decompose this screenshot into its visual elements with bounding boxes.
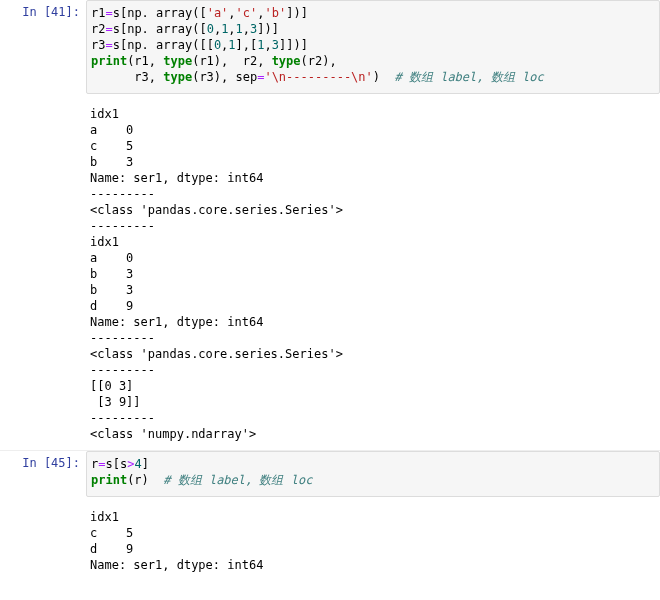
code-token: np [127, 22, 141, 36]
code-token: s [113, 6, 120, 20]
code-token-cmt: # 数组 label, 数组 loc [163, 473, 312, 487]
code-token: ] [257, 22, 264, 36]
code-input-area[interactable]: r1=s[np. array(['a','c','b'])] r2=s[np. … [86, 0, 660, 94]
output-text: idx1 c 5 d 9 Name: ser1, dtype: int64 [90, 501, 654, 573]
code-token: . [142, 38, 156, 52]
code-token-num: 4 [134, 457, 141, 471]
code-token: [ [199, 6, 206, 20]
code-input-area[interactable]: r=s[s>4] print(r) # 数组 label, 数组 loc [86, 451, 660, 497]
code-token: ] [272, 22, 279, 36]
cell-output: idx1 c 5 d 9 Name: ser1, dtype: int64 [0, 497, 660, 581]
code-block[interactable]: r=s[s>4] print(r) # 数组 label, 数组 loc [91, 456, 653, 488]
code-token-num: 0 [207, 22, 214, 36]
code-token-str: 'c' [236, 6, 258, 20]
code-token-num: 1 [257, 38, 264, 52]
code-token-num: 3 [272, 38, 279, 52]
code-token: ] [301, 38, 308, 52]
code-token: [ [199, 22, 206, 36]
code-token: , [228, 6, 235, 20]
code-token: r3 [91, 38, 105, 52]
code-token-kw: type [272, 54, 301, 68]
code-token: (r) [127, 473, 163, 487]
code-token: array [156, 22, 192, 36]
code-token-str: 'a' [207, 6, 229, 20]
code-token: ]] [279, 38, 293, 52]
code-token: ) [293, 6, 300, 20]
code-token: (r2), [301, 54, 337, 68]
code-token: ], [236, 38, 250, 52]
code-token: ] [301, 6, 308, 20]
code-token-str: '\n---------\n' [264, 70, 372, 84]
code-block[interactable]: r1=s[np. array(['a','c','b'])] r2=s[np. … [91, 5, 653, 85]
input-prompt: In [41]: [0, 0, 86, 94]
code-token: s [113, 38, 120, 52]
code-token-kw: print [91, 473, 127, 487]
code-token: . [142, 6, 156, 20]
code-token-kw: type [163, 54, 192, 68]
code-token: , [243, 22, 250, 36]
code-token: [[ [199, 38, 213, 52]
output-area: idx1 c 5 d 9 Name: ser1, dtype: int64 [86, 497, 660, 581]
code-token: array [156, 6, 192, 20]
code-token: np [127, 38, 141, 52]
code-token: ) [265, 22, 272, 36]
code-token: , [228, 22, 235, 36]
code-token-op: = [105, 38, 112, 52]
code-token-num: 1 [236, 22, 243, 36]
code-token: r1 [91, 6, 105, 20]
code-token: r2 [91, 22, 105, 36]
code-token: (r3), sep [192, 70, 257, 84]
output-area: idx1 a 0 c 5 b 3 Name: ser1, dtype: int6… [86, 94, 660, 450]
input-prompt: In [45]: [0, 451, 86, 497]
code-token: (r1, [127, 54, 163, 68]
code-token: ) [373, 70, 395, 84]
code-token-cmt: # 数组 label, 数组 loc [394, 70, 543, 84]
output-prompt-spacer [0, 94, 86, 450]
code-token: array [156, 38, 192, 52]
output-prompt-spacer [0, 497, 86, 581]
code-token: [ [113, 457, 120, 471]
code-token-kw: print [91, 54, 127, 68]
code-token-kw: type [163, 70, 192, 84]
code-token-str: 'b' [265, 6, 287, 20]
code-token-num: 1 [228, 38, 235, 52]
code-token: ] [142, 457, 149, 471]
code-token: , [265, 38, 272, 52]
code-token: np [127, 6, 141, 20]
code-token: . [142, 22, 156, 36]
cell-output: idx1 a 0 c 5 b 3 Name: ser1, dtype: int6… [0, 94, 660, 450]
code-token: (r1), r2, [192, 54, 271, 68]
cell-input: In [41]:r1=s[np. array(['a','c','b'])] r… [0, 0, 660, 94]
output-text: idx1 a 0 c 5 b 3 Name: ser1, dtype: int6… [90, 98, 654, 442]
code-token: r3, [91, 70, 163, 84]
code-token: , [257, 6, 264, 20]
code-token-op: = [105, 22, 112, 36]
code-token: s [113, 22, 120, 36]
code-token: s [105, 457, 112, 471]
code-token: ) [293, 38, 300, 52]
code-token-op: = [105, 6, 112, 20]
notebook-root: In [41]:r1=s[np. array(['a','c','b'])] r… [0, 0, 660, 581]
cell-input: In [45]:r=s[s>4] print(r) # 数组 label, 数组… [0, 450, 660, 497]
